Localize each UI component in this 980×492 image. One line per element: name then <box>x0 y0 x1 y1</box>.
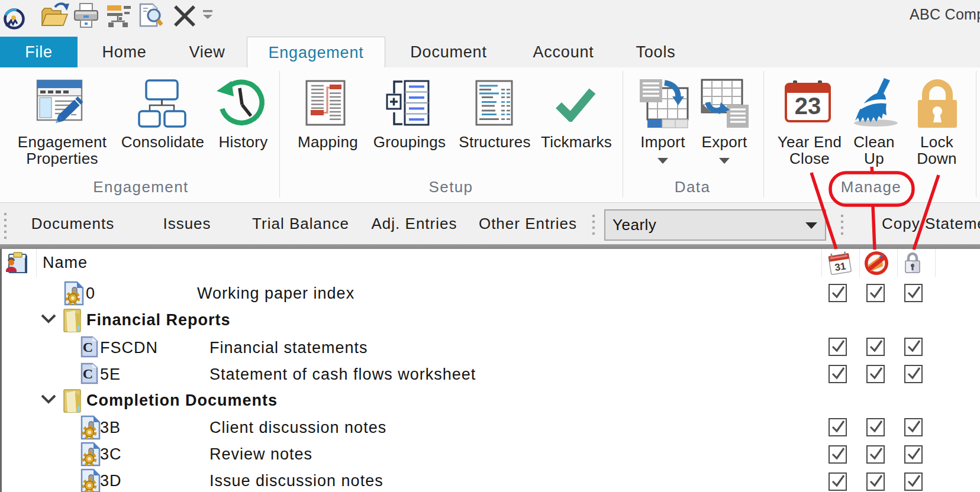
svg-text:23: 23 <box>795 93 821 119</box>
svg-text:31: 31 <box>834 261 847 274</box>
